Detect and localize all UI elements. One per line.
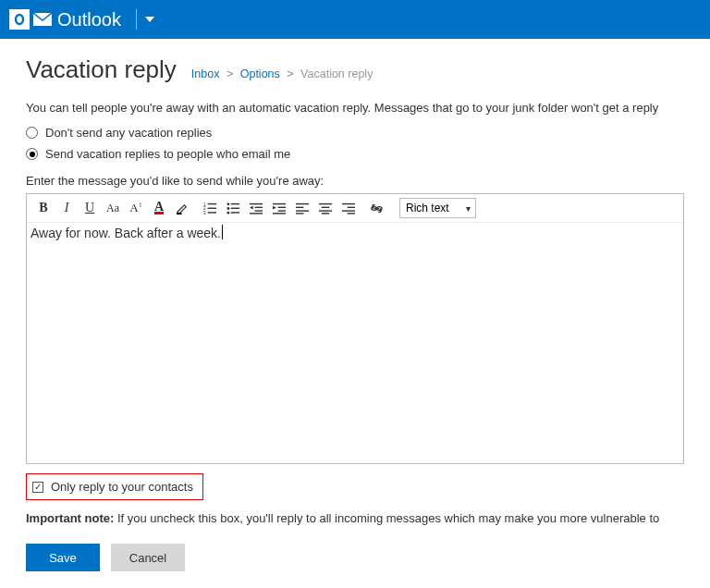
breadcrumb-current: Vacation reply <box>300 67 373 80</box>
svg-marker-3 <box>145 17 154 22</box>
radio-icon[interactable] <box>26 148 38 160</box>
underline-button[interactable]: U <box>79 198 101 218</box>
svg-rect-29 <box>296 210 309 211</box>
svg-rect-17 <box>250 202 263 203</box>
app-name: Outlook <box>57 9 121 31</box>
align-center-button[interactable] <box>314 198 337 218</box>
svg-rect-23 <box>277 206 285 207</box>
outlook-logo-icon <box>9 9 30 30</box>
editor-prompt: Enter the message you'd like to send whi… <box>26 174 684 188</box>
insert-link-button[interactable] <box>365 198 387 218</box>
app-header: Outlook <box>0 0 710 39</box>
svg-rect-27 <box>296 202 309 203</box>
svg-rect-4 <box>176 213 181 214</box>
font-size-button[interactable]: A↕ <box>125 198 147 218</box>
radio-icon[interactable] <box>26 127 38 139</box>
svg-rect-33 <box>319 210 332 211</box>
svg-rect-38 <box>347 213 354 214</box>
svg-rect-12 <box>230 202 239 203</box>
svg-rect-25 <box>277 210 285 211</box>
svg-rect-22 <box>273 202 286 203</box>
indent-button[interactable] <box>268 198 290 218</box>
breadcrumb: Inbox > Options > Vacation reply <box>191 67 373 80</box>
radio-label: Don't send any vacation replies <box>45 126 212 140</box>
svg-rect-37 <box>342 210 355 211</box>
breadcrumb-options[interactable]: Options <box>240 67 280 80</box>
svg-rect-35 <box>342 202 355 203</box>
note-label: Important note: <box>26 511 114 525</box>
header-dropdown-chevron-icon[interactable] <box>144 14 155 25</box>
page-title: Vacation reply <box>26 55 177 84</box>
svg-rect-20 <box>254 210 262 211</box>
highlight-button[interactable] <box>171 198 193 218</box>
svg-marker-19 <box>250 205 253 209</box>
svg-rect-26 <box>273 213 286 214</box>
checkbox-icon[interactable]: ✓ <box>32 482 43 493</box>
editor-toolbar: B I U Aa A↕ A 123 Rich text <box>27 194 683 223</box>
numbered-list-button[interactable]: 123 <box>199 198 221 218</box>
cancel-button[interactable]: Cancel <box>111 544 185 571</box>
svg-text:3: 3 <box>203 211 206 215</box>
italic-button[interactable]: I <box>55 198 78 218</box>
svg-rect-14 <box>230 207 239 208</box>
svg-point-13 <box>226 207 229 210</box>
svg-rect-18 <box>254 206 262 207</box>
page-content: Vacation reply Inbox > Options > Vacatio… <box>0 39 710 588</box>
only-contacts-checkbox-row[interactable]: ✓ Only reply to your contacts <box>26 473 203 500</box>
svg-rect-21 <box>250 213 263 214</box>
text-case-button[interactable]: Aa <box>102 198 124 218</box>
bold-button[interactable]: B <box>32 198 55 218</box>
font-color-button[interactable]: A <box>148 198 170 218</box>
svg-rect-36 <box>347 206 354 207</box>
radio-label: Send vacation replies to people who emai… <box>45 147 290 161</box>
chevron-right-icon: > <box>226 67 233 80</box>
svg-marker-24 <box>273 205 276 209</box>
svg-rect-10 <box>207 212 215 213</box>
breadcrumb-inbox[interactable]: Inbox <box>191 67 220 80</box>
svg-rect-8 <box>207 207 215 208</box>
editor-body[interactable]: Away for now. Back after a week. <box>27 223 683 463</box>
note-text: If you uncheck this box, you'll reply to… <box>114 511 659 525</box>
svg-rect-32 <box>321 206 328 207</box>
svg-rect-31 <box>319 202 332 203</box>
header-divider <box>136 9 137 30</box>
intro-text: You can tell people you're away with an … <box>26 101 684 115</box>
svg-rect-16 <box>230 212 239 213</box>
outdent-button[interactable] <box>245 198 267 218</box>
rich-text-editor: B I U Aa A↕ A 123 Rich text <box>26 193 684 464</box>
svg-rect-6 <box>207 202 215 203</box>
svg-rect-34 <box>321 213 328 214</box>
align-left-button[interactable] <box>291 198 313 218</box>
svg-point-11 <box>226 202 229 205</box>
bullet-list-button[interactable] <box>222 198 244 218</box>
svg-rect-30 <box>296 213 303 214</box>
mail-icon <box>33 13 52 26</box>
align-right-button[interactable] <box>337 198 360 218</box>
radio-dont-send[interactable]: Don't send any vacation replies <box>26 126 684 140</box>
checkbox-label: Only reply to your contacts <box>51 480 193 494</box>
save-button[interactable]: Save <box>26 544 100 571</box>
important-note: Important note: If you uncheck this box,… <box>26 511 684 525</box>
format-select[interactable]: Rich text <box>394 198 476 218</box>
chevron-right-icon: > <box>287 67 293 80</box>
radio-send[interactable]: Send vacation replies to people who emai… <box>26 147 684 161</box>
svg-point-15 <box>226 211 229 214</box>
editor-content: Away for now. Back after a week. <box>31 226 221 240</box>
svg-rect-28 <box>296 206 303 207</box>
